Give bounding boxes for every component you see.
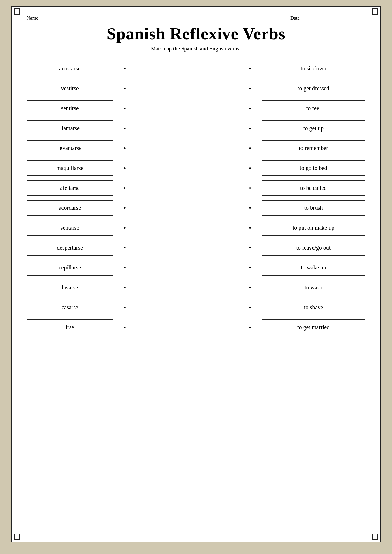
date-label: Date [290,15,300,21]
left-dot: • [124,120,126,136]
name-date-row: Name Date [27,15,365,21]
right-dot: • [249,61,251,76]
left-dot: • [124,240,126,256]
left-dot: • [124,81,126,96]
left-verb-box: llamarse [27,120,113,136]
right-verb-box: to get dressed [262,81,365,96]
right-verb-box: to wash [262,280,365,295]
left-verb-box: casarse [27,300,113,315]
left-verb-box: despertarse [27,240,113,256]
left-verb-box: vestirse [27,81,113,96]
matching-grid: acostarsevestirsesentirsellamarselevanta… [27,61,365,335]
right-verb-box: to get married [262,319,365,335]
corner-decoration-bl [14,534,20,540]
left-dot: • [124,160,126,176]
right-verb-box: to feel [262,100,365,116]
left-verb-box: levantarse [27,140,113,156]
right-verbs-column: to sit downto get dressedto feelto get u… [262,61,365,335]
page-title: Spanish Reflexive Verbs [27,24,365,43]
left-verb-box: sentirse [27,100,113,116]
left-dots-column: •••••••••••••• [113,61,136,335]
right-verb-box: to shave [262,300,365,315]
left-dot: • [124,300,126,315]
right-dots-column: •••••••••••••• [238,61,262,335]
right-verb-box: to put on make up [262,220,365,236]
left-verb-box: acostarse [27,61,113,76]
right-dot: • [249,240,251,256]
right-verb-box: to go to bed [262,160,365,176]
left-verb-box: cepillarse [27,260,113,276]
left-verb-box: acordarse [27,200,113,216]
name-field: Name [27,15,168,21]
corner-decoration-tl [14,8,20,15]
page-subtitle: Match up the Spanish and English verbs! [27,46,365,52]
right-dot: • [249,120,251,136]
date-underline [302,18,365,18]
left-dot: • [124,140,126,156]
right-dot: • [249,260,251,276]
worksheet-page: Name Date Spanish Reflexive Verbs Match … [11,6,381,542]
right-verb-box: to leave/go out [262,240,365,256]
left-dot: • [124,220,126,236]
left-verb-box: maquillarse [27,160,113,176]
right-verb-box: to sit down [262,61,365,76]
right-dot: • [249,180,251,196]
left-verbs-column: acostarsevestirsesentirsellamarselevanta… [27,61,113,335]
left-verb-box: afeitarse [27,180,113,196]
left-dot: • [124,319,126,335]
right-dot: • [249,160,251,176]
right-dot: • [249,100,251,116]
right-dot: • [249,280,251,295]
right-dot: • [249,220,251,236]
name-label: Name [27,15,38,21]
right-verb-box: to be called [262,180,365,196]
right-dot: • [249,319,251,335]
right-verb-box: to wake up [262,260,365,276]
left-dot: • [124,280,126,295]
left-dot: • [124,200,126,216]
left-verb-box: lavarse [27,280,113,295]
right-dot: • [249,81,251,96]
left-dot: • [124,100,126,116]
right-verb-box: to remember [262,140,365,156]
right-verb-box: to brush [262,200,365,216]
left-dot: • [124,180,126,196]
left-dot: • [124,61,126,76]
date-field: Date [290,15,365,21]
name-underline [41,18,168,18]
right-dot: • [249,200,251,216]
left-dot: • [124,260,126,276]
right-verb-box: to get up [262,120,365,136]
corner-decoration-br [372,534,378,540]
left-verb-box: irse [27,319,113,335]
right-dot: • [249,300,251,315]
left-verb-box: sentarse [27,220,113,236]
corner-decoration-tr [372,8,378,15]
right-dot: • [249,140,251,156]
